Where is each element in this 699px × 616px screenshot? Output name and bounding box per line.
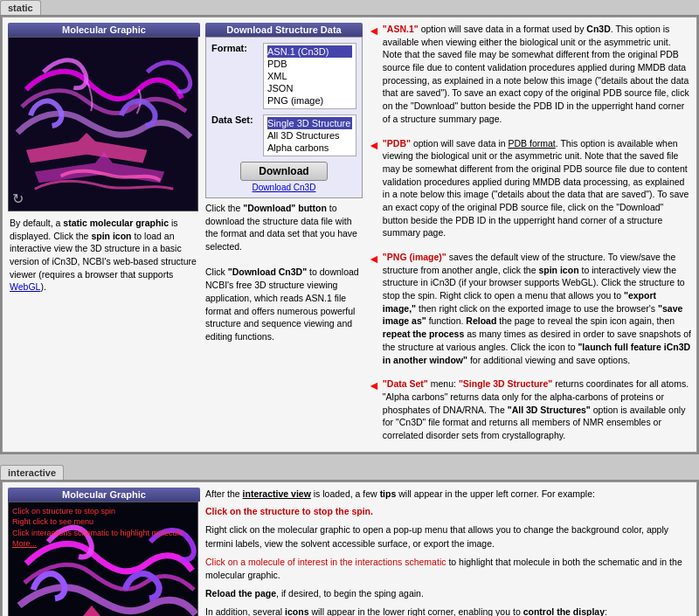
dataset-single[interactable]: Single 3D Structure <box>267 117 352 129</box>
info-block-1: ◄ "ASN.1" option will save data in a for… <box>368 23 691 130</box>
interactive-tab: interactive <box>0 465 699 480</box>
static-mol-panel: Molecular Graphic <box>8 23 200 446</box>
format-asn1[interactable]: ASN.1 (Cn3D) <box>267 45 352 58</box>
static-info-panel: ◄ "ASN.1" option will save data in a for… <box>368 23 691 446</box>
mol-graphic-title: Molecular Graphic <box>8 23 200 37</box>
interactive-mol-title: Molecular Graphic <box>8 488 200 502</box>
icons-intro: In addition, several icons will appear i… <box>205 606 691 616</box>
overlay-line1: Click on structure to stop spin <box>12 506 183 517</box>
format-png[interactable]: PNG (image) <box>267 94 352 107</box>
format-row: Format: ASN.1 (Cn3D) PDB XML JSON PNG (i… <box>211 43 356 109</box>
info-block-3: ◄ "PNG (image)" saves the default view o… <box>368 251 691 370</box>
protein-svg <box>9 38 197 211</box>
interactive-info-panel: After the interactive view is loaded, a … <box>205 488 691 616</box>
dataset-select-wrapper: Single 3D Structure All 3D Structures Al… <box>263 114 356 156</box>
static-section: static Molecular Graphic <box>0 0 699 454</box>
asn1-info: "ASN.1" option will save data in a forma… <box>383 23 691 126</box>
format-label: Format: <box>211 43 260 53</box>
static-mol-desc: By default, a static molecular graphic i… <box>8 215 200 295</box>
interactive-mol-panel: Molecular Graphic <box>8 488 200 616</box>
download-instructions: Click the "Download" button to download … <box>205 202 363 343</box>
interactive-content: Molecular Graphic <box>2 481 697 616</box>
dataset-all[interactable]: All 3D Structures <box>267 129 352 142</box>
interactive-tab-label: interactive <box>0 465 64 480</box>
overlay-line3: Click interactions schematic to highligh… <box>12 528 183 539</box>
right-click-info: Right click on the molecular graphic to … <box>205 523 691 551</box>
pdb-info: "PDB" option will save data in PDB forma… <box>383 137 691 240</box>
mol-overlay-text: Click on structure to stop spin Right cl… <box>12 506 183 550</box>
static-tab: static <box>0 0 699 15</box>
click-spin-label: Click on the structure to stop the spin. <box>205 506 373 516</box>
download-body: Format: ASN.1 (Cn3D) PDB XML JSON PNG (i… <box>205 37 363 198</box>
download-panel: Download Structure Data Format: ASN.1 (C… <box>205 23 363 446</box>
overlay-line4[interactable]: More... <box>12 538 183 550</box>
click-molecule-text: Click on a molecule of interest in the i… <box>205 557 446 567</box>
refresh-icon[interactable]: ↻ <box>12 190 24 207</box>
dataset-row: Data Set: Single 3D Structure All 3D Str… <box>211 114 356 156</box>
info-block-4: ◄ "Data Set" menu: "Single 3D Structure"… <box>368 377 691 446</box>
interactive-intro: After the interactive view is loaded, a … <box>205 488 691 502</box>
click-molecule-info: Click on a molecule of interest in the i… <box>205 556 691 584</box>
reload-info: Reload the page, if desired, to begin th… <box>205 587 691 601</box>
click-spin-instruction: Click on the structure to stop the spin. <box>205 505 691 519</box>
download-cn3d-link[interactable]: Download Cn3D <box>211 183 356 192</box>
static-tab-label: static <box>0 0 41 15</box>
red-arrow-4: ◄ <box>368 377 380 395</box>
red-arrow-1: ◄ <box>368 23 380 40</box>
overlay-line2: Right click to see menu <box>12 516 183 528</box>
static-section-body: Molecular Graphic <box>0 15 699 454</box>
format-select-wrapper: ASN.1 (Cn3D) PDB XML JSON PNG (image) <box>263 43 356 109</box>
download-button[interactable]: Download <box>240 162 327 181</box>
dataset-info: "Data Set" menu: "Single 3D Structure" r… <box>383 377 691 441</box>
interactive-section-body: Molecular Graphic <box>0 480 699 616</box>
interactive-section: interactive Molecular Graphic <box>0 465 699 616</box>
webgl-link[interactable]: WebGL <box>10 281 40 292</box>
format-pdb[interactable]: PDB <box>267 58 352 70</box>
dataset-list: Single 3D Structure All 3D Structures Al… <box>263 114 356 156</box>
dataset-label: Data Set: <box>211 114 260 125</box>
static-content: Molecular Graphic <box>2 17 697 453</box>
interactive-mol-image[interactable]: Click on structure to stop spin Right cl… <box>8 502 198 616</box>
dl-instruction-1: Click the "Download" button to download … <box>205 202 363 253</box>
dataset-alpha[interactable]: Alpha carbons <box>267 142 352 154</box>
download-title: Download Structure Data <box>205 23 363 37</box>
static-mol-image: ↻ <box>8 37 198 211</box>
info-block-2: ◄ "PDB" option will save data in PDB for… <box>368 137 691 245</box>
format-xml[interactable]: XML <box>267 70 352 82</box>
format-json[interactable]: JSON <box>267 82 352 94</box>
red-arrow-3: ◄ <box>368 251 380 268</box>
dl-instruction-2: Click "Download Cn3D" to download NCBI's… <box>205 266 363 343</box>
format-list: ASN.1 (Cn3D) PDB XML JSON PNG (image) <box>263 43 356 109</box>
red-arrow-2: ◄ <box>368 137 380 155</box>
png-info: "PNG (image)" saves the default view of … <box>383 251 691 366</box>
